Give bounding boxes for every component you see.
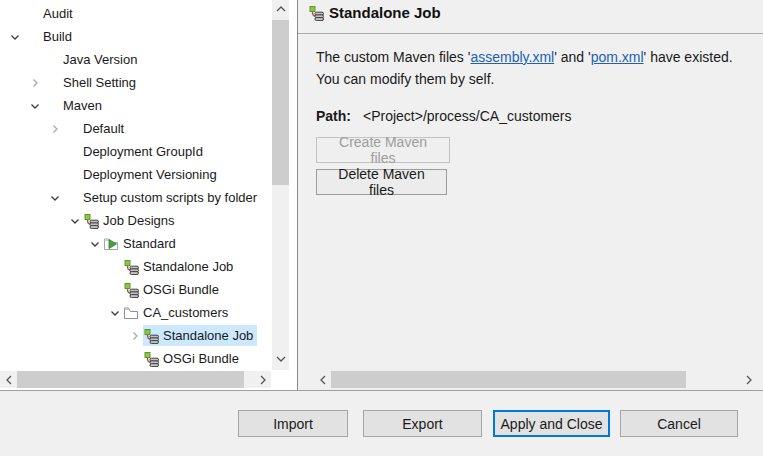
icon-spacer: [63, 121, 79, 137]
maven-files-description: The custom Maven files 'assembly.xml' an…: [316, 46, 756, 90]
chevron-expanded-icon[interactable]: [87, 236, 103, 252]
chevron-collapsed-icon[interactable]: [27, 75, 43, 91]
chevron-collapsed-icon[interactable]: [127, 328, 143, 344]
tree-item-label: Standalone Job: [163, 325, 253, 346]
tree-hscroll-thumb[interactable]: [17, 371, 244, 388]
preferences-tree-panel: AuditBuildJava VersionShell SettingMaven…: [0, 0, 297, 390]
icon-spacer: [63, 190, 79, 206]
tree-item-osgi-bundle[interactable]: OSGi Bundle: [0, 278, 271, 301]
tree-item-content[interactable]: Setup custom scripts by folder: [63, 187, 261, 208]
tree-item-content[interactable]: Standalone Job: [123, 256, 237, 277]
chevron-expanded-icon[interactable]: [27, 98, 43, 114]
chevron-expanded-icon[interactable]: [67, 213, 83, 229]
tree-item-label: CA_customers: [143, 302, 228, 323]
tree-item-label: Deployment Versioning: [83, 164, 217, 185]
tree-horizontal-scrollbar[interactable]: [0, 371, 271, 388]
description-line2: You can modify them by self.: [316, 71, 494, 87]
tree-item-job-designs[interactable]: Job Designs: [0, 209, 271, 232]
description-text: ' and ': [554, 49, 590, 65]
tree-item-standard[interactable]: Standard: [0, 232, 271, 255]
icon-spacer: [43, 52, 59, 68]
tree-item-label: Standalone Job: [143, 256, 233, 277]
icon-spacer: [43, 98, 59, 114]
tree-item-content[interactable]: Build: [23, 26, 76, 47]
import-button[interactable]: Import: [238, 410, 348, 437]
tree-item-content[interactable]: Job Designs: [83, 210, 179, 231]
path-row: Path:<Project>/process/CA_customers: [316, 108, 572, 124]
scroll-left-icon[interactable]: [314, 371, 331, 388]
cancel-button[interactable]: Cancel: [620, 410, 738, 437]
chevron-expanded-icon[interactable]: [47, 190, 63, 206]
tree-item-maven[interactable]: Maven: [0, 94, 271, 117]
tree-item-content[interactable]: Standard: [103, 233, 180, 254]
job-icon: [143, 328, 159, 344]
delete-maven-files-button[interactable]: Delete Maven files: [316, 169, 447, 195]
tree-item-content[interactable]: OSGi Bundle: [143, 348, 243, 369]
scroll-left-icon[interactable]: [0, 371, 17, 388]
tree-item-shell-setting[interactable]: Shell Setting: [0, 71, 271, 94]
scroll-right-icon[interactable]: [740, 371, 757, 388]
expander-spacer: [107, 282, 123, 298]
tree-item-content[interactable]: Java Version: [43, 49, 141, 70]
chevron-collapsed-icon[interactable]: [47, 121, 63, 137]
expander-spacer: [127, 351, 143, 367]
tree-item-standalone-job[interactable]: Standalone Job: [0, 255, 271, 278]
preferences-dialog: AuditBuildJava VersionShell SettingMaven…: [0, 0, 763, 456]
standalone-job-panel: Standalone Job The custom Maven files 'a…: [298, 0, 763, 390]
scroll-up-icon[interactable]: [272, 0, 289, 17]
tree-item-deployment-groupid[interactable]: Deployment GroupId: [0, 140, 271, 163]
panel-hscroll-thumb[interactable]: [331, 371, 686, 388]
tree-selection[interactable]: Standalone Job: [143, 325, 257, 346]
tree-item-content[interactable]: Maven: [43, 95, 106, 116]
panel-title: Standalone Job: [329, 4, 441, 21]
path-label: Path:: [316, 108, 351, 124]
tree-item-label: Setup custom scripts by folder: [83, 187, 257, 208]
chevron-expanded-icon[interactable]: [7, 29, 23, 45]
panel-horizontal-scrollbar[interactable]: [298, 371, 763, 388]
tree-item-content[interactable]: Deployment Versioning: [63, 164, 221, 185]
tree-item-java-version[interactable]: Java Version: [0, 48, 271, 71]
tree-item-content[interactable]: CA_customers: [123, 302, 232, 323]
icon-spacer: [23, 6, 39, 22]
preferences-tree: AuditBuildJava VersionShell SettingMaven…: [0, 2, 271, 371]
tree-item-label: Build: [43, 26, 72, 47]
pom-xml-link[interactable]: pom.xml: [591, 49, 644, 65]
tree-item-build[interactable]: Build: [0, 25, 271, 48]
apply-and-close-button[interactable]: Apply and Close: [493, 410, 610, 437]
assembly-xml-link[interactable]: assembly.xml: [470, 49, 554, 65]
expander-spacer: [47, 144, 63, 160]
path-value: <Project>/process/CA_customers: [363, 108, 572, 124]
scroll-down-icon[interactable]: [272, 350, 289, 367]
job-icon: [83, 213, 99, 229]
tree-item-standalone-job[interactable]: Standalone Job: [0, 324, 271, 347]
export-button[interactable]: Export: [363, 410, 482, 437]
tree-item-default[interactable]: Default: [0, 117, 271, 140]
icon-spacer: [23, 29, 39, 45]
tree-item-setup-custom-scripts-by-folder[interactable]: Setup custom scripts by folder: [0, 186, 271, 209]
tree-item-content[interactable]: Shell Setting: [43, 72, 140, 93]
tree-item-label: Shell Setting: [63, 72, 136, 93]
tree-item-ca-customers[interactable]: CA_customers: [0, 301, 271, 324]
chevron-expanded-icon[interactable]: [107, 305, 123, 321]
icon-spacer: [63, 144, 79, 160]
folder-icon: [123, 305, 139, 321]
expander-spacer: [27, 52, 43, 68]
expander-spacer: [107, 259, 123, 275]
tree-item-content[interactable]: Audit: [23, 3, 77, 24]
tree-item-label: Java Version: [63, 49, 137, 70]
tree-item-content[interactable]: Default: [63, 118, 128, 139]
tree-item-label: Job Designs: [103, 210, 175, 231]
tree-item-label: OSGi Bundle: [163, 348, 239, 369]
tree-item-deployment-versioning[interactable]: Deployment Versioning: [0, 163, 271, 186]
job-icon: [123, 282, 139, 298]
tree-item-content[interactable]: Deployment GroupId: [63, 141, 207, 162]
tree-item-osgi-bundle[interactable]: OSGi Bundle: [0, 347, 271, 370]
tree-vertical-scrollbar[interactable]: [272, 0, 289, 370]
tree-item-label: Maven: [63, 95, 102, 116]
tree-item-content[interactable]: OSGi Bundle: [123, 279, 223, 300]
job-icon: [143, 351, 159, 367]
scroll-right-icon[interactable]: [254, 371, 271, 388]
tree-item-audit[interactable]: Audit: [0, 2, 271, 25]
tree-vscroll-thumb[interactable]: [272, 20, 289, 185]
standard-folder-icon: [103, 236, 119, 252]
